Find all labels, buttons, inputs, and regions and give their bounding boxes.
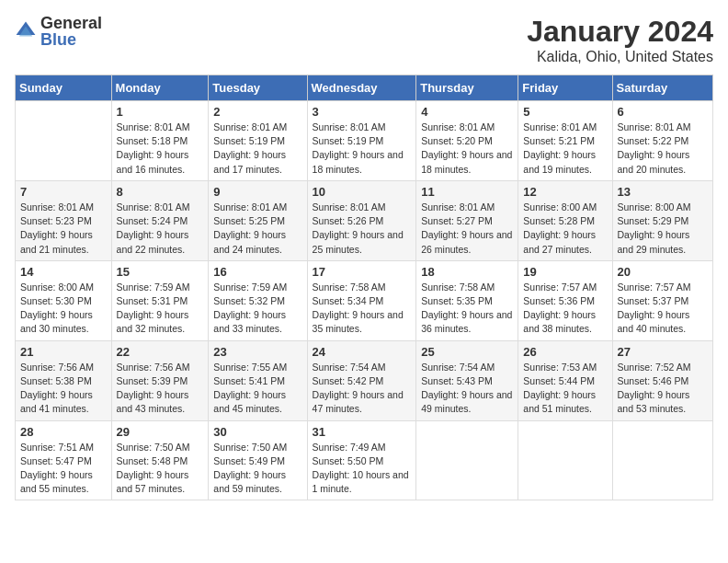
calendar-cell xyxy=(518,420,612,500)
day-number: 26 xyxy=(523,345,607,359)
logo-icon xyxy=(15,20,37,42)
calendar-cell: 30Sunrise: 7:50 AMSunset: 5:49 PMDayligh… xyxy=(209,420,307,500)
calendar-cell: 28Sunrise: 7:51 AMSunset: 5:47 PMDayligh… xyxy=(16,420,112,500)
calendar-cell: 15Sunrise: 7:59 AMSunset: 5:31 PMDayligh… xyxy=(111,260,209,340)
day-info: Sunrise: 7:50 AMSunset: 5:48 PMDaylight:… xyxy=(117,441,204,497)
day-info: Sunrise: 8:01 AMSunset: 5:23 PMDaylight:… xyxy=(20,201,107,257)
day-number: 21 xyxy=(20,345,107,359)
calendar-week-row: 21Sunrise: 7:56 AMSunset: 5:38 PMDayligh… xyxy=(16,340,713,420)
day-info: Sunrise: 8:00 AMSunset: 5:30 PMDaylight:… xyxy=(20,281,107,337)
day-number: 28 xyxy=(20,425,107,439)
col-header-wednesday: Wednesday xyxy=(307,75,416,101)
calendar-cell: 23Sunrise: 7:55 AMSunset: 5:41 PMDayligh… xyxy=(209,340,307,420)
col-header-friday: Friday xyxy=(518,75,612,101)
day-info: Sunrise: 7:53 AMSunset: 5:44 PMDaylight:… xyxy=(523,361,607,417)
day-number: 7 xyxy=(20,185,107,199)
day-number: 12 xyxy=(523,185,607,199)
day-number: 14 xyxy=(20,265,107,279)
col-header-monday: Monday xyxy=(111,75,209,101)
day-info: Sunrise: 7:57 AMSunset: 5:36 PMDaylight:… xyxy=(523,281,607,337)
day-info: Sunrise: 7:57 AMSunset: 5:37 PMDaylight:… xyxy=(618,281,708,337)
day-number: 8 xyxy=(117,185,204,199)
day-number: 20 xyxy=(618,265,708,279)
calendar-cell: 26Sunrise: 7:53 AMSunset: 5:44 PMDayligh… xyxy=(518,340,612,420)
page-title: January 2024 xyxy=(527,15,713,49)
day-number: 31 xyxy=(313,425,412,439)
day-info: Sunrise: 8:00 AMSunset: 5:28 PMDaylight:… xyxy=(523,201,607,257)
col-header-tuesday: Tuesday xyxy=(209,75,307,101)
day-info: Sunrise: 7:54 AMSunset: 5:43 PMDaylight:… xyxy=(421,361,513,417)
calendar-cell: 20Sunrise: 7:57 AMSunset: 5:37 PMDayligh… xyxy=(612,260,712,340)
calendar-cell: 24Sunrise: 7:54 AMSunset: 5:42 PMDayligh… xyxy=(307,340,416,420)
calendar-cell: 8Sunrise: 8:01 AMSunset: 5:24 PMDaylight… xyxy=(111,180,209,260)
calendar-cell: 13Sunrise: 8:00 AMSunset: 5:29 PMDayligh… xyxy=(612,180,712,260)
calendar-cell: 18Sunrise: 7:58 AMSunset: 5:35 PMDayligh… xyxy=(416,260,518,340)
day-info: Sunrise: 8:01 AMSunset: 5:19 PMDaylight:… xyxy=(313,121,412,177)
calendar-cell: 6Sunrise: 8:01 AMSunset: 5:22 PMDaylight… xyxy=(612,101,712,181)
calendar-cell: 25Sunrise: 7:54 AMSunset: 5:43 PMDayligh… xyxy=(416,340,518,420)
day-number: 4 xyxy=(421,105,513,119)
day-number: 15 xyxy=(117,265,204,279)
logo-line2: Blue xyxy=(40,31,102,48)
page-header: General Blue January 2024 Kalida, Ohio, … xyxy=(15,15,713,65)
calendar-cell xyxy=(416,420,518,500)
col-header-thursday: Thursday xyxy=(416,75,518,101)
day-number: 29 xyxy=(117,425,204,439)
calendar-cell xyxy=(612,420,712,500)
calendar-cell: 9Sunrise: 8:01 AMSunset: 5:25 PMDaylight… xyxy=(209,180,307,260)
day-number: 11 xyxy=(421,185,513,199)
day-info: Sunrise: 7:49 AMSunset: 5:50 PMDaylight:… xyxy=(313,441,412,497)
day-info: Sunrise: 8:01 AMSunset: 5:22 PMDaylight:… xyxy=(618,121,708,177)
day-info: Sunrise: 8:01 AMSunset: 5:26 PMDaylight:… xyxy=(313,201,412,257)
calendar-cell: 21Sunrise: 7:56 AMSunset: 5:38 PMDayligh… xyxy=(16,340,112,420)
calendar-cell: 1Sunrise: 8:01 AMSunset: 5:18 PMDaylight… xyxy=(111,101,209,181)
title-block: January 2024 Kalida, Ohio, United States xyxy=(527,15,713,65)
day-info: Sunrise: 7:56 AMSunset: 5:38 PMDaylight:… xyxy=(20,361,107,417)
page-subtitle: Kalida, Ohio, United States xyxy=(527,49,713,65)
day-info: Sunrise: 7:58 AMSunset: 5:35 PMDaylight:… xyxy=(421,281,513,337)
day-number: 27 xyxy=(618,345,708,359)
calendar-cell: 3Sunrise: 8:01 AMSunset: 5:19 PMDaylight… xyxy=(307,101,416,181)
calendar-cell: 10Sunrise: 8:01 AMSunset: 5:26 PMDayligh… xyxy=(307,180,416,260)
day-number: 3 xyxy=(313,105,412,119)
day-number: 13 xyxy=(618,185,708,199)
day-number: 22 xyxy=(117,345,204,359)
calendar-cell: 2Sunrise: 8:01 AMSunset: 5:19 PMDaylight… xyxy=(209,101,307,181)
day-info: Sunrise: 7:54 AMSunset: 5:42 PMDaylight:… xyxy=(313,361,412,417)
calendar-week-row: 28Sunrise: 7:51 AMSunset: 5:47 PMDayligh… xyxy=(16,420,713,500)
day-number: 6 xyxy=(618,105,708,119)
col-header-saturday: Saturday xyxy=(612,75,712,101)
day-info: Sunrise: 7:59 AMSunset: 5:31 PMDaylight:… xyxy=(117,281,204,337)
calendar-cell: 7Sunrise: 8:01 AMSunset: 5:23 PMDaylight… xyxy=(16,180,112,260)
day-number: 23 xyxy=(213,345,301,359)
calendar-header-row: SundayMondayTuesdayWednesdayThursdayFrid… xyxy=(16,75,713,101)
logo-line1: General xyxy=(40,15,102,31)
calendar-cell xyxy=(16,101,112,181)
day-info: Sunrise: 7:59 AMSunset: 5:32 PMDaylight:… xyxy=(213,281,301,337)
day-info: Sunrise: 8:01 AMSunset: 5:24 PMDaylight:… xyxy=(117,201,204,257)
day-info: Sunrise: 8:01 AMSunset: 5:25 PMDaylight:… xyxy=(213,201,301,257)
calendar-cell: 4Sunrise: 8:01 AMSunset: 5:20 PMDaylight… xyxy=(416,101,518,181)
calendar-cell: 31Sunrise: 7:49 AMSunset: 5:50 PMDayligh… xyxy=(307,420,416,500)
calendar-cell: 22Sunrise: 7:56 AMSunset: 5:39 PMDayligh… xyxy=(111,340,209,420)
calendar-cell: 12Sunrise: 8:00 AMSunset: 5:28 PMDayligh… xyxy=(518,180,612,260)
calendar-week-row: 7Sunrise: 8:01 AMSunset: 5:23 PMDaylight… xyxy=(16,180,713,260)
day-number: 5 xyxy=(523,105,607,119)
day-info: Sunrise: 8:01 AMSunset: 5:21 PMDaylight:… xyxy=(523,121,607,177)
day-number: 30 xyxy=(213,425,301,439)
calendar-cell: 17Sunrise: 7:58 AMSunset: 5:34 PMDayligh… xyxy=(307,260,416,340)
day-number: 18 xyxy=(421,265,513,279)
day-info: Sunrise: 7:58 AMSunset: 5:34 PMDaylight:… xyxy=(313,281,412,337)
logo: General Blue xyxy=(15,15,102,48)
calendar-cell: 27Sunrise: 7:52 AMSunset: 5:46 PMDayligh… xyxy=(612,340,712,420)
day-number: 1 xyxy=(117,105,204,119)
day-info: Sunrise: 8:01 AMSunset: 5:19 PMDaylight:… xyxy=(213,121,301,177)
calendar-cell: 16Sunrise: 7:59 AMSunset: 5:32 PMDayligh… xyxy=(209,260,307,340)
calendar-table: SundayMondayTuesdayWednesdayThursdayFrid… xyxy=(15,75,713,500)
day-number: 19 xyxy=(523,265,607,279)
day-number: 9 xyxy=(213,185,301,199)
calendar-cell: 5Sunrise: 8:01 AMSunset: 5:21 PMDaylight… xyxy=(518,101,612,181)
logo-text: General Blue xyxy=(40,15,102,48)
day-number: 24 xyxy=(313,345,412,359)
calendar-cell: 19Sunrise: 7:57 AMSunset: 5:36 PMDayligh… xyxy=(518,260,612,340)
